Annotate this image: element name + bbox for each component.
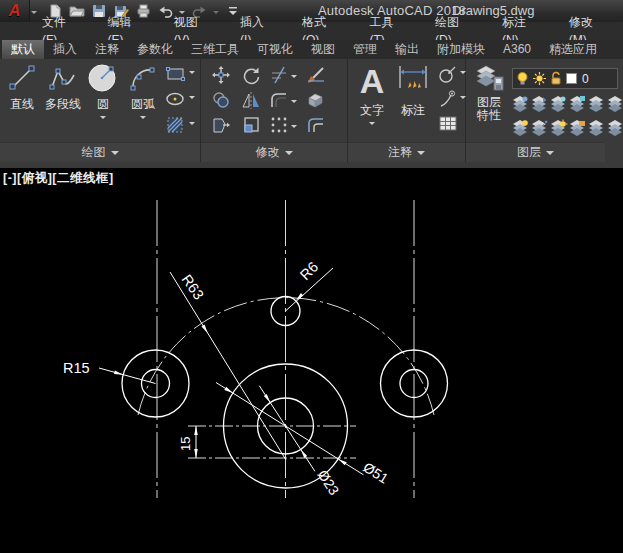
tab-view[interactable]: 视图 [302,40,344,59]
fillet-icon[interactable] [269,90,289,110]
trim-icon[interactable] [269,65,289,85]
viewport-controls[interactable]: [-][俯视][二维线框] [3,170,114,187]
fillet-dropdown-icon[interactable] [291,100,297,106]
arc-button[interactable]: 圆弧 [124,63,162,122]
layer-color-swatch [566,73,577,84]
dimension-button[interactable]: 标注 [394,63,432,119]
rectangle-dropdown-icon[interactable] [189,71,195,77]
offset-icon[interactable] [305,115,327,135]
array-icon[interactable] [269,115,289,135]
panel-modify-footer[interactable]: 修改 [201,142,347,162]
panel-layers: 图层 特性 0 [466,59,623,162]
polyline-button[interactable]: 多段线 [42,63,84,113]
rectangle-button[interactable] [165,65,195,83]
panel-layers-footer[interactable]: 图层 [466,142,605,162]
svg-text:Ø51: Ø51 [360,459,391,487]
application-menu-button[interactable]: A [0,0,30,22]
ellipse-button[interactable] [165,90,195,108]
move-icon[interactable] [211,65,231,85]
line-icon [8,63,36,93]
layer-unlock-icon [550,71,563,86]
line-button[interactable]: 直线 [4,63,40,113]
hatch-icon [165,115,187,135]
rectangle-icon [165,65,187,83]
circle-button[interactable]: 圆 [86,63,120,122]
tab-featured-apps[interactable]: 精选应用 [540,40,606,59]
table-button[interactable] [438,115,458,133]
panel-annotation: A 文字 标注 [348,59,466,162]
polyline-icon [48,63,78,93]
circle-icon [87,63,119,93]
layer-select-combo[interactable]: 0 [512,68,618,89]
scale-icon[interactable] [241,115,261,135]
autocad-window: A [0,0,623,553]
text-icon: A [360,63,385,99]
part-geometry[interactable] [122,297,448,489]
autocad-logo-icon: A [9,2,21,20]
explode-icon[interactable] [305,90,327,110]
dim-r15[interactable]: R15 [63,360,156,384]
hatch-button[interactable] [165,115,195,135]
tab-insert[interactable]: 插入 [44,40,86,59]
panel-draw-footer[interactable]: 绘图 [0,142,200,162]
radius-dim-icon [438,64,458,84]
ribbon: 直线 多段线 圆 [0,59,623,168]
copy-icon[interactable] [211,90,231,110]
layer-properties-icon [474,63,504,93]
svg-text:R63: R63 [179,272,207,303]
layer-tools-row-2[interactable] [512,119,622,137]
model-space[interactable]: R15 R63 R6 Ø51 [0,168,623,553]
erase-brush-icon[interactable] [305,65,327,85]
array-dropdown-icon[interactable] [291,125,297,131]
svg-text:R15: R15 [63,360,90,376]
svg-text:R6: R6 [297,259,321,283]
ellipse-dropdown-icon[interactable] [189,96,195,102]
tab-parametric[interactable]: 参数化 [128,40,182,59]
hatch-dropdown-icon[interactable] [189,122,195,128]
tab-annotate[interactable]: 注释 [86,40,128,59]
dim-r6[interactable]: R6 [286,259,334,311]
svg-text:15: 15 [178,437,193,451]
tab-output[interactable]: 输出 [386,40,428,59]
svg-text:Ø23: Ø23 [314,467,342,498]
tab-a360[interactable]: A360 [494,40,540,59]
layer-on-bulb-icon [516,71,529,86]
table-icon [438,115,458,133]
trim-dropdown-icon[interactable] [291,75,297,81]
tab-add-ins[interactable]: 附加模块 [428,40,494,59]
arc-dropdown-icon[interactable] [140,116,146,122]
dim-15[interactable]: 15 [178,426,198,458]
ribbon-tab-bar: 默认 插入 注释 参数化 三维工具 可视化 视图 管理 输出 附加模块 A360… [0,40,623,59]
panel-draw: 直线 多段线 圆 [0,59,201,162]
tab-3d-tools[interactable]: 三维工具 [182,40,248,59]
layer-properties-button[interactable]: 图层 特性 [470,63,508,121]
tab-home[interactable]: 默认 [2,40,44,59]
text-button[interactable]: A 文字 [354,63,390,128]
dimension-icon [396,63,430,99]
drawing-canvas[interactable]: [-][俯视][二维线框] [0,168,623,553]
layer-thaw-sun-icon [532,71,547,86]
dim-style-button[interactable] [438,64,466,84]
centerlines[interactable] [138,200,434,498]
arc-icon [128,63,158,93]
mirror-icon[interactable] [241,90,261,110]
menu-bar: 文件(F) 编辑(E) 视图(V) 插入(I) 格式(O) 工具(T) 绘图(D… [0,22,623,40]
tab-visualize[interactable]: 可视化 [248,40,302,59]
current-layer-name: 0 [582,72,589,86]
rotate-icon[interactable] [241,65,261,85]
layer-tools-row-1[interactable] [512,95,622,113]
circle-dropdown-icon[interactable] [100,116,106,122]
leader-button[interactable] [438,89,466,109]
text-dropdown-icon[interactable] [369,122,375,128]
leader-icon [438,89,458,109]
panel-annotation-footer[interactable]: 注释 [348,142,465,162]
tab-manage[interactable]: 管理 [344,40,386,59]
ellipse-icon [165,90,187,108]
stretch-icon[interactable] [211,115,231,135]
panel-modify: 修改 [201,59,348,162]
